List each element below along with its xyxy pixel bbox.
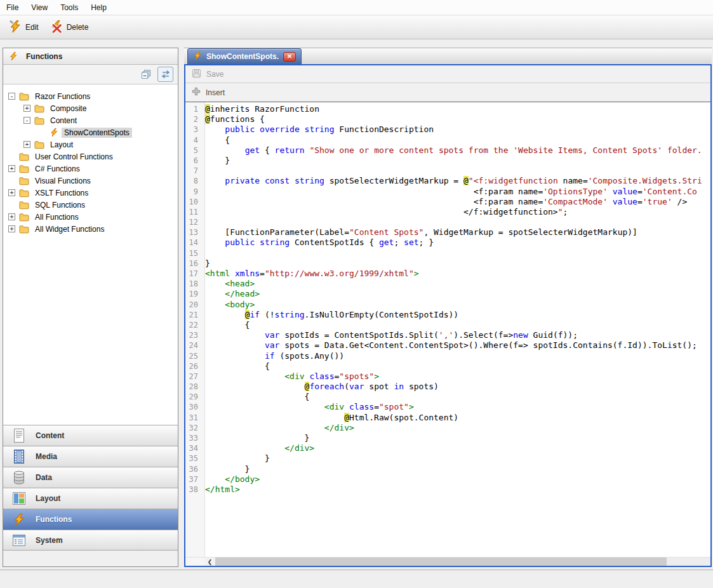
edit-button[interactable]: Edit xyxy=(9,20,39,35)
app-window: { "menu": { "items": ["File", "View", "T… xyxy=(0,0,713,588)
folder-icon xyxy=(19,92,29,101)
tree-item-sql-functions[interactable]: SQL Functions xyxy=(3,199,178,211)
tree-item-composite[interactable]: +Composite xyxy=(3,102,178,114)
code-line-14: 14 public string ContentSpotIds { get; s… xyxy=(185,237,710,248)
code-line-7: 7 xyxy=(185,166,710,176)
tree-item-all-functions[interactable]: +All Functions xyxy=(3,211,178,223)
nav-item-functions[interactable]: Functions xyxy=(3,509,178,530)
expand-toggle-icon[interactable]: + xyxy=(8,213,15,220)
code-line-3: 3 public override string FunctionDescrip… xyxy=(185,124,710,135)
line-number: 34 xyxy=(185,443,201,453)
tree-item-user-control-functions[interactable]: User Control Functions xyxy=(3,150,178,163)
code-line-text: } xyxy=(205,156,230,165)
line-number: 32 xyxy=(185,423,201,433)
code-line-31: 31 @Html.Raw(spot.Content) xyxy=(185,413,710,423)
code-line-text: public override string FunctionDescripti… xyxy=(205,124,434,134)
nav-item-label: Data xyxy=(36,473,52,482)
collapse-toggle-icon[interactable]: - xyxy=(8,93,15,100)
tree-item-content[interactable]: -Content xyxy=(3,114,178,126)
code-line-text: </div> xyxy=(205,423,354,432)
menu-item-tools[interactable]: Tools xyxy=(54,1,84,14)
line-number: 22 xyxy=(185,320,201,330)
code-line-text: <html xmlns="http://www.w3.org/1999/xhtm… xyxy=(205,269,419,278)
tree-item-visual-functions[interactable]: Visual Functions xyxy=(3,175,178,187)
tree-item-all-widget-functions[interactable]: +All Widget Functions xyxy=(3,223,178,235)
code-line-22: 22 { xyxy=(185,320,710,330)
expand-toggle-icon[interactable]: + xyxy=(23,141,30,148)
nav-item-data[interactable]: Data xyxy=(3,467,178,488)
tree-item-label: Layout xyxy=(48,140,76,150)
line-number: 38 xyxy=(185,484,201,495)
code-line-text: } xyxy=(205,453,270,463)
folder-icon xyxy=(19,177,29,185)
save-button[interactable]: Save xyxy=(185,65,710,83)
code-line-text: public string ContentSpotIds { get; set;… xyxy=(205,237,434,247)
tree-item-razor-functions[interactable]: -Razor Functions xyxy=(3,90,178,102)
nav-item-system[interactable]: System xyxy=(3,530,178,551)
line-number: 9 xyxy=(185,187,201,197)
code-line-text: </f:widgetfunction>"; xyxy=(205,207,568,217)
code-line-9: 9 <f:param name='OptionsType' value='Con… xyxy=(185,187,710,197)
functions-icon xyxy=(11,512,27,526)
code-line-text: @functions { xyxy=(205,114,265,124)
nav-item-label: Media xyxy=(36,452,57,461)
line-number: 19 xyxy=(185,289,201,299)
sync-tree-button[interactable] xyxy=(157,67,173,82)
tree-item-c-functions[interactable]: +C# Functions xyxy=(3,163,178,175)
tree-item-label: Content xyxy=(48,116,79,126)
collapse-toggle-icon[interactable]: - xyxy=(23,117,30,124)
folder-icon xyxy=(19,152,29,161)
nav-item-media[interactable]: Media xyxy=(3,446,178,467)
tab-lightning-icon xyxy=(193,51,202,62)
code-line-text: @if (!string.IsNullOrEmpty(ContentSpotId… xyxy=(205,310,458,319)
scrollbar-thumb[interactable] xyxy=(215,558,667,566)
nav-item-label: Layout xyxy=(36,494,60,503)
code-line-text: [FunctionParameter(Label="Content Spots"… xyxy=(205,227,637,237)
code-line-text: private const string spotSelecterWidgetM… xyxy=(205,176,702,185)
menu-item-view[interactable]: View xyxy=(25,1,54,14)
collapse-all-button[interactable] xyxy=(138,67,154,82)
folder-icon xyxy=(34,104,44,113)
expand-toggle-icon[interactable]: + xyxy=(8,189,15,196)
code-line-text: { xyxy=(205,320,250,330)
tab-showcontentspots[interactable]: ShowContentSpots. ✕ xyxy=(187,48,302,64)
code-line-text: { xyxy=(205,135,230,145)
edit-lightning-icon xyxy=(9,20,22,35)
line-number: 14 xyxy=(185,237,201,248)
nav-item-label: Functions xyxy=(36,515,72,524)
expand-toggle-icon[interactable]: + xyxy=(8,225,15,232)
scrollbar-track[interactable] xyxy=(215,558,710,566)
line-number: 10 xyxy=(185,197,201,207)
code-line-4: 4 { xyxy=(185,135,710,145)
code-line-text: if (spots.Any()) xyxy=(205,351,344,361)
insert-button[interactable]: Insert xyxy=(185,83,710,102)
main-toolbar: EditDelete xyxy=(0,16,713,39)
scroll-left-arrow-icon[interactable]: ❮ xyxy=(204,558,215,566)
tab-close-icon[interactable]: ✕ xyxy=(283,52,296,62)
delete-button[interactable]: Delete xyxy=(50,20,89,35)
line-number: 17 xyxy=(185,269,201,279)
editor-pane: Save Insert 1@inherits RazorFunction2@fu… xyxy=(184,64,712,567)
nav-item-layout[interactable]: Layout xyxy=(3,488,178,509)
tree-item-layout[interactable]: +Layout xyxy=(3,138,178,150)
horizontal-scrollbar[interactable]: ❮ xyxy=(185,557,710,566)
expand-toggle-icon[interactable]: + xyxy=(8,165,15,172)
code-line-2: 2@functions { xyxy=(185,114,710,124)
tree-item-showcontentspots[interactable]: ShowContentSpots xyxy=(3,126,178,138)
folder-icon xyxy=(19,189,29,197)
code-editor[interactable]: 1@inherits RazorFunction2@functions {3 p… xyxy=(185,102,710,557)
menu-item-file[interactable]: File xyxy=(0,1,25,14)
media-icon xyxy=(11,449,27,464)
code-line-text: } xyxy=(205,258,210,268)
code-line-1: 1@inherits RazorFunction xyxy=(185,104,710,114)
nav-item-content[interactable]: Content xyxy=(3,425,178,446)
menu-item-help[interactable]: Help xyxy=(84,1,113,14)
expand-toggle-icon[interactable]: + xyxy=(23,105,30,112)
code-line-text: <body> xyxy=(205,300,255,309)
tree-item-xslt-functions[interactable]: +XSLT Functions xyxy=(3,187,178,199)
layout-icon xyxy=(11,491,27,505)
system-icon xyxy=(11,533,27,547)
function-tree: -Razor Functions+Composite-ContentShowCo… xyxy=(3,86,178,424)
folder-icon xyxy=(19,213,29,222)
code-line-13: 13 [FunctionParameter(Label="Content Spo… xyxy=(185,227,710,237)
